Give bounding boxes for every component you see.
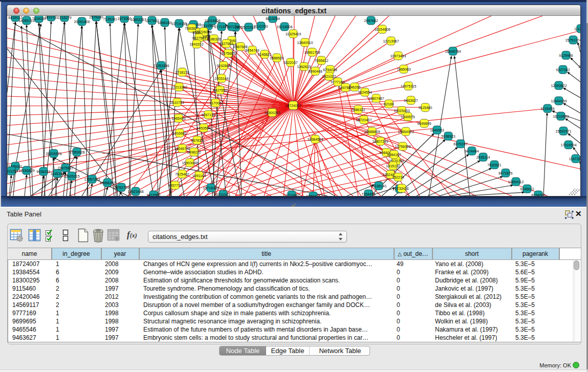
svg-text:9242848: 9242848	[216, 64, 230, 68]
svg-text:8221043: 8221043	[216, 193, 230, 196]
svg-text:12213967: 12213967	[383, 39, 399, 43]
svg-text:2277401: 2277401	[578, 65, 580, 69]
svg-text:2215279: 2215279	[57, 16, 71, 19]
svg-text:17016504: 17016504	[560, 143, 576, 147]
svg-text:15654923: 15654923	[398, 130, 413, 134]
svg-text:16648784: 16648784	[445, 50, 461, 53]
svg-text:8471876: 8471876	[498, 171, 512, 175]
svg-text:1167334: 1167334	[569, 157, 580, 161]
svg-text:1527602: 1527602	[145, 19, 159, 23]
svg-text:9463627: 9463627	[404, 99, 418, 102]
svg-text:9827503: 9827503	[192, 36, 206, 40]
svg-text:12923448: 12923448	[127, 190, 143, 193]
svg-text:15720407: 15720407	[356, 118, 372, 122]
svg-text:14136141: 14136141	[371, 184, 386, 188]
svg-text:9245612: 9245612	[520, 187, 534, 191]
svg-text:12156829: 12156829	[18, 169, 34, 172]
svg-text:9115460: 9115460	[419, 106, 432, 110]
svg-text:17957253: 17957253	[84, 178, 100, 181]
svg-text:62160: 62160	[384, 102, 394, 106]
svg-text:1610753: 1610753	[170, 101, 184, 104]
svg-text:9218506: 9218506	[579, 45, 580, 48]
svg-text:5675685: 5675685	[221, 52, 235, 55]
svg-text:9412502: 9412502	[146, 193, 160, 196]
svg-text:8186328: 8186328	[207, 37, 221, 41]
svg-text:6794028: 6794028	[323, 68, 337, 72]
svg-text:19384554: 19384554	[307, 138, 323, 141]
svg-text:16033809: 16033809	[204, 19, 220, 23]
svg-text:9327503: 9327503	[219, 42, 233, 46]
svg-text:9936201: 9936201	[36, 170, 50, 173]
svg-text:12975115: 12975115	[401, 84, 417, 88]
svg-text:13640910: 13640910	[297, 41, 313, 45]
svg-text:7625402: 7625402	[175, 172, 189, 176]
svg-text:1733426: 1733426	[395, 187, 408, 190]
svg-text:2718176: 2718176	[175, 71, 189, 74]
svg-text:8427552: 8427552	[213, 89, 227, 92]
svg-text:10719155: 10719155	[171, 22, 187, 26]
svg-text:9146821: 9146821	[257, 53, 271, 56]
svg-text:7135241: 7135241	[103, 17, 117, 21]
svg-text:8990448: 8990448	[308, 70, 322, 73]
svg-text:10756928: 10756928	[395, 145, 410, 148]
svg-text:1621022: 1621022	[322, 75, 336, 78]
svg-text:8454749: 8454749	[245, 49, 259, 52]
svg-text:10807487: 10807487	[368, 97, 384, 100]
svg-text:11325419: 11325419	[286, 32, 301, 36]
svg-text:1640953: 1640953	[430, 128, 444, 132]
svg-text:2935114: 2935114	[476, 156, 490, 159]
svg-text:7632621: 7632621	[487, 163, 501, 167]
svg-text:9084167: 9084167	[387, 153, 401, 157]
svg-text:10688609: 10688609	[364, 130, 380, 134]
svg-text:15716485: 15716485	[203, 186, 219, 190]
svg-text:746266: 746266	[349, 85, 360, 89]
svg-text:18807249: 18807249	[372, 140, 388, 143]
svg-text:5938923: 5938923	[441, 135, 455, 138]
svg-text:2087682: 2087682	[364, 19, 378, 23]
svg-text:2367608: 2367608	[233, 45, 247, 49]
svg-text:1843312: 1843312	[189, 42, 203, 46]
svg-text:7986322: 7986322	[351, 108, 365, 112]
svg-text:8813054: 8813054	[266, 17, 279, 20]
svg-text:15751074: 15751074	[565, 38, 580, 42]
svg-text:1810111: 1810111	[45, 16, 58, 19]
svg-text:9450112: 9450112	[307, 194, 320, 196]
svg-text:23975887: 23975887	[57, 166, 73, 170]
svg-text:7624039: 7624039	[32, 17, 46, 20]
svg-text:7357224: 7357224	[225, 25, 238, 29]
svg-text:7955812: 7955812	[314, 59, 328, 62]
svg-text:1362615: 1362615	[297, 65, 311, 69]
svg-text:1973060: 1973060	[117, 17, 131, 20]
svg-text:10958107: 10958107	[99, 181, 115, 185]
svg-text:12093822: 12093822	[551, 84, 567, 87]
svg-text:16154808: 16154808	[374, 28, 390, 31]
svg-text:1145195: 1145195	[51, 172, 64, 176]
svg-text:1349575: 1349575	[401, 115, 415, 119]
svg-text:1091144: 1091144	[192, 174, 206, 178]
svg-text:1911154: 1911154	[7, 169, 18, 173]
svg-text:1453594: 1453594	[197, 126, 210, 130]
svg-text:1588520: 1588520	[270, 56, 284, 60]
svg-text:21053346: 21053346	[153, 64, 169, 68]
svg-text:12605315: 12605315	[63, 174, 79, 178]
svg-text:16210643: 16210643	[553, 115, 569, 118]
svg-text:19218506: 19218506	[276, 25, 292, 29]
svg-text:3267130: 3267130	[201, 113, 215, 117]
svg-text:9129966: 9129966	[559, 54, 573, 57]
svg-text:252214: 252214	[392, 176, 404, 179]
svg-text:8154003: 8154003	[531, 193, 545, 196]
svg-text:6379197: 6379197	[453, 142, 467, 146]
svg-text:16782759: 16782759	[113, 186, 129, 189]
svg-text:9227342: 9227342	[556, 68, 570, 72]
svg-text:10025433: 10025433	[394, 109, 409, 113]
svg-text:15903948: 15903948	[182, 161, 198, 165]
svg-text:9474444: 9474444	[465, 149, 478, 153]
svg-text:917006: 917006	[209, 101, 221, 105]
svg-text:5322037: 5322037	[284, 61, 297, 64]
svg-text:1615132: 1615132	[386, 164, 400, 168]
svg-text:9857771: 9857771	[168, 184, 182, 187]
svg-text:3498222: 3498222	[187, 150, 201, 154]
svg-text:3215955: 3215955	[540, 107, 554, 111]
svg-text:15692971: 15692971	[555, 129, 571, 133]
svg-text:16961758: 16961758	[304, 51, 320, 54]
